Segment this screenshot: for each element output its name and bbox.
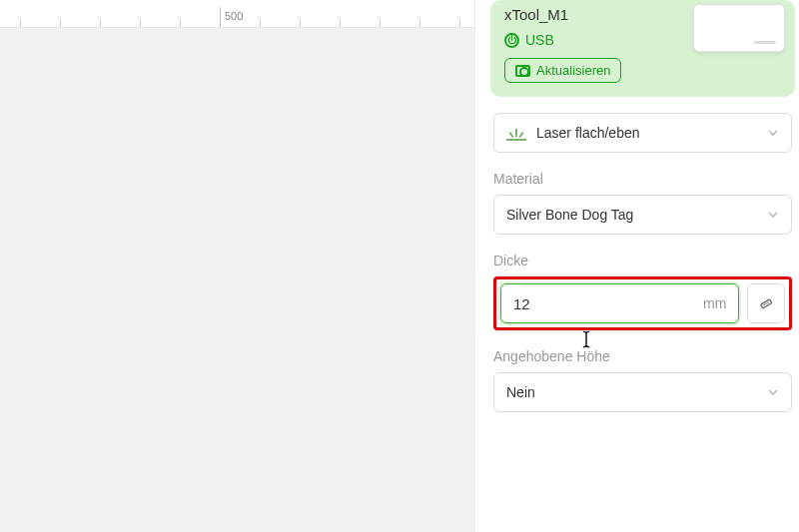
svg-line-3: [768, 301, 769, 302]
raised-value: Nein: [506, 384, 535, 400]
raised-heading: Angehobene Höhe: [493, 348, 792, 364]
chevron-down-icon: [767, 386, 779, 398]
chevron-down-icon: [767, 127, 779, 139]
ruler-tick-label: 500: [225, 10, 243, 22]
thickness-row-highlight: mm: [493, 276, 792, 330]
canvas-surface[interactable]: [0, 28, 474, 532]
svg-line-2: [766, 302, 767, 303]
device-card: xTool_M1 ⏻ USB Aktualisieren: [490, 0, 795, 97]
material-heading: Material: [493, 171, 792, 187]
settings-sidebar: xTool_M1 ⏻ USB Aktualisieren Laser flach…: [474, 0, 799, 532]
mode-select[interactable]: Laser flach/eben: [493, 113, 792, 153]
svg-line-1: [764, 304, 765, 305]
ruler-horizontal: 500: [0, 0, 474, 28]
connection-label: USB: [525, 32, 554, 48]
thickness-unit: mm: [703, 295, 726, 311]
mode-value: Laser flach/eben: [536, 125, 640, 141]
ruler-icon: [759, 296, 773, 310]
refresh-button[interactable]: Aktualisieren: [504, 58, 621, 83]
raised-select[interactable]: Nein: [493, 372, 792, 412]
refresh-label: Aktualisieren: [536, 63, 610, 78]
thickness-measure-button[interactable]: [747, 283, 785, 323]
thickness-input-wrap[interactable]: mm: [500, 283, 739, 323]
camera-icon: [515, 65, 530, 77]
chevron-down-icon: [767, 209, 779, 221]
canvas-area[interactable]: 500: [0, 0, 474, 532]
text-cursor-icon: [580, 329, 592, 349]
power-icon: ⏻: [504, 33, 519, 48]
material-select[interactable]: Silver Bone Dog Tag: [493, 195, 792, 235]
thickness-heading: Dicke: [493, 253, 792, 268]
laser-flat-icon: [506, 125, 526, 141]
device-image: [693, 4, 785, 52]
material-value: Silver Bone Dog Tag: [506, 207, 633, 223]
thickness-input[interactable]: [513, 295, 703, 312]
